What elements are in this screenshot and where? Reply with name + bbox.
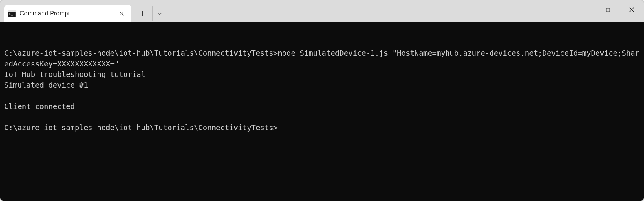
cmd-icon: >_ [8, 10, 16, 17]
terminal-line: IoT Hub troubleshooting tutorial [4, 69, 640, 80]
tab-title: Command Prompt [20, 10, 113, 17]
terminal-line: C:\azure-iot-samples-node\iot-hub\Tutori… [4, 48, 640, 69]
terminal-line: C:\azure-iot-samples-node\iot-hub\Tutori… [4, 123, 640, 133]
plus-icon [140, 11, 145, 17]
tab-dropdown-button[interactable] [152, 6, 166, 21]
terminal-line [4, 112, 640, 123]
terminal-line: Simulated device #1 [4, 80, 640, 91]
maximize-icon [605, 7, 610, 12]
svg-rect-8 [606, 8, 609, 11]
titlebar: >_ Command Prompt [0, 0, 644, 22]
terminal-line: Client connected [4, 101, 640, 112]
maximize-button[interactable] [596, 0, 620, 19]
svg-text:>_: >_ [9, 12, 13, 16]
window-controls [572, 0, 644, 19]
terminal-output[interactable]: C:\azure-iot-samples-node\iot-hub\Tutori… [0, 22, 644, 201]
new-tab-button[interactable] [135, 6, 150, 21]
minimize-button[interactable] [572, 0, 596, 19]
close-icon [629, 7, 634, 12]
svg-rect-1 [8, 10, 16, 12]
terminal-line [4, 90, 640, 101]
window-frame: >_ Command Prompt [0, 0, 644, 201]
tab-command-prompt[interactable]: >_ Command Prompt [4, 5, 131, 22]
chevron-down-icon [157, 11, 162, 16]
close-button[interactable] [620, 0, 644, 19]
minimize-icon [582, 7, 587, 12]
tab-close-button[interactable] [117, 9, 126, 18]
